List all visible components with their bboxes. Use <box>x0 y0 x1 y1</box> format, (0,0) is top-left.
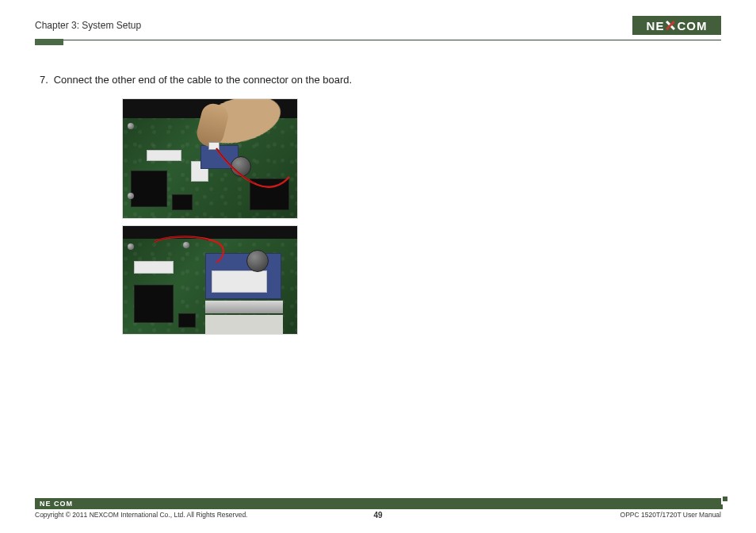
manual-name: OPPC 1520T/1720T User Manual <box>620 511 721 519</box>
footer-brand: NE COM <box>40 500 73 508</box>
figure-board-assembled <box>122 225 298 335</box>
brand-x-icon <box>665 20 676 31</box>
header-accent-icon <box>35 39 63 45</box>
connector-icon <box>208 142 220 150</box>
manual-page: Chapter 3: System Setup NE COM 7. Connec… <box>0 0 756 533</box>
figure-connect-cable <box>122 98 298 219</box>
footer-meta: Copyright © 2011 NEXCOM International Co… <box>35 511 721 519</box>
brand-left: NE <box>647 19 665 33</box>
header-rule <box>35 40 721 40</box>
figure-group <box>122 98 721 335</box>
instruction-step: 7. Connect the other end of the cable to… <box>40 74 721 86</box>
page-footer: NE COM Copyright © 2011 NEXCOM Internati… <box>35 498 721 519</box>
copyright-text: Copyright © 2011 NEXCOM International Co… <box>35 511 247 519</box>
step-text: Connect the other end of the cable to th… <box>54 74 353 86</box>
brand-right: COM <box>677 19 707 33</box>
chapter-title: Chapter 3: System Setup <box>35 20 141 31</box>
footer-bar: NE COM <box>35 498 721 509</box>
page-number: 49 <box>373 511 382 520</box>
page-header: Chapter 3: System Setup NE COM <box>35 14 721 36</box>
page-body: 7. Connect the other end of the cable to… <box>35 40 721 335</box>
brand-logo: NE COM <box>632 16 721 35</box>
footer-ornament-icon <box>707 498 721 509</box>
brand-logo-text: NE COM <box>647 19 708 33</box>
step-number: 7. <box>40 74 51 86</box>
